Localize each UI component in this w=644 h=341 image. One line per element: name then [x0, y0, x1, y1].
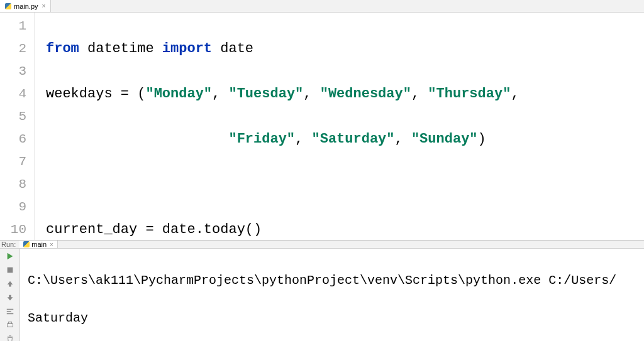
trash-button[interactable] — [4, 334, 16, 341]
code-editor: 1 2 3 4 5 6 7 8 9 10 from datetime impor… — [0, 13, 644, 241]
svg-rect-3 — [8, 322, 11, 324]
rerun-button[interactable] — [4, 251, 16, 261]
run-label: Run: — [1, 241, 16, 248]
line-number: 5 — [3, 106, 26, 128]
line-number: 3 — [3, 60, 26, 83]
svg-rect-2 — [7, 323, 13, 327]
console-path: C:\Users\ak111\PycharmProjects\pythonPro… — [28, 271, 644, 290]
close-icon[interactable]: × — [42, 3, 46, 9]
run-tab[interactable]: main × — [19, 241, 58, 248]
line-number: 7 — [3, 151, 26, 173]
run-toolbar — [0, 249, 20, 341]
editor-tabs: main.py × — [0, 0, 644, 13]
run-tab-name: main — [31, 241, 47, 248]
run-panel: Run: main × C:\Users\ak111\PycharmProjec… — [0, 241, 644, 341]
line-number: 1 — [3, 15, 26, 38]
stop-button[interactable] — [4, 265, 16, 275]
python-icon — [23, 241, 30, 247]
line-number: 8 — [3, 173, 26, 196]
line-number: 4 — [3, 83, 26, 106]
print-button[interactable] — [4, 320, 16, 330]
code-line: current_day = date.today() — [46, 219, 644, 241]
python-icon — [5, 3, 11, 9]
run-body: C:\Users\ak111\PycharmProjects\pythonPro… — [0, 249, 644, 341]
line-number: 9 — [3, 196, 26, 219]
down-button[interactable] — [4, 293, 16, 303]
console-stdout: Saturday — [28, 309, 644, 328]
code-area[interactable]: from datetime import date weekdays = ("M… — [35, 13, 644, 240]
wrap-button[interactable] — [4, 306, 16, 317]
tab-filename: main.py — [14, 3, 38, 10]
run-header: Run: main × — [0, 241, 644, 249]
close-icon[interactable]: × — [50, 241, 53, 248]
code-line — [46, 173, 644, 196]
line-gutter: 1 2 3 4 5 6 7 8 9 10 — [0, 13, 35, 240]
svg-rect-1 — [7, 268, 13, 273]
code-line: weekdays = ("Monday", "Tuesday", "Wednes… — [46, 83, 644, 106]
line-number: 6 — [3, 128, 26, 151]
code-line: "Friday", "Saturday", "Sunday") — [46, 128, 644, 151]
console-output[interactable]: C:\Users\ak111\PycharmProjects\pythonPro… — [20, 249, 644, 341]
line-number: 10 — [3, 219, 26, 241]
file-tab-main[interactable]: main.py × — [0, 0, 51, 12]
up-button[interactable] — [4, 279, 16, 289]
code-line: from datetime import date — [46, 38, 644, 60]
line-number: 2 — [3, 38, 26, 60]
svg-marker-0 — [7, 253, 13, 260]
